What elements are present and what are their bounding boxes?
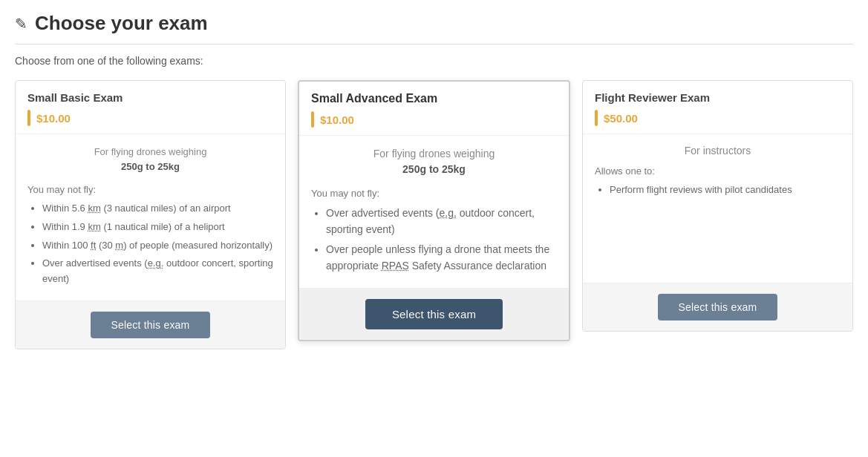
list-item: Within 100 ft (30 m) of people (measured… xyxy=(42,238,273,254)
card-header-small-advanced: Small Advanced Exam $10.00 xyxy=(299,82,569,136)
restrictions-list-advanced: Over advertised events (e.g. outdoor con… xyxy=(311,205,557,274)
price-row-small-advanced: $10.00 xyxy=(311,111,557,128)
restrictions-list-basic: Within 5.6 km (3 nautical miles) of an a… xyxy=(27,201,273,287)
may-not-fly-label-advanced: You may not fly: xyxy=(311,188,557,199)
select-exam-button-advanced[interactable]: Select this exam xyxy=(365,299,503,329)
price-bar-small-basic xyxy=(27,110,30,126)
edit-icon: ✎ xyxy=(15,15,27,33)
price-row-small-basic: $10.00 xyxy=(27,110,273,126)
card-footer-flight-reviewer: Select this exam xyxy=(583,283,852,331)
page-title: Choose your exam xyxy=(35,12,208,35)
price-bar-flight-reviewer xyxy=(595,110,598,126)
page-header: ✎ Choose your exam xyxy=(15,12,853,45)
cards-container: Small Basic Exam $10.00 For flying drone… xyxy=(15,80,853,349)
card-body-flight-reviewer: For instructors Allows one to: Perform f… xyxy=(583,134,852,283)
drone-weight-small-basic: 250g to 25kg xyxy=(27,160,273,174)
card-header-flight-reviewer: Flight Reviewer Exam $50.00 xyxy=(583,81,852,134)
list-item: Over people unless flying a drone that m… xyxy=(326,241,557,274)
list-item: Over advertised events (e.g. outdoor con… xyxy=(42,256,273,287)
allows-label: Allows one to: xyxy=(595,165,841,177)
price-row-flight-reviewer: $50.00 xyxy=(595,110,841,126)
price-bar-small-advanced xyxy=(311,111,314,128)
card-footer-small-basic: Select this exam xyxy=(16,300,285,349)
drone-weight-small-advanced: 250g to 25kg xyxy=(311,162,557,177)
price-flight-reviewer: $50.00 xyxy=(604,112,638,125)
list-item: Perform flight reviews with pilot candid… xyxy=(610,183,841,198)
price-small-advanced: $10.00 xyxy=(320,114,354,126)
page-subtitle: Choose from one of the following exams: xyxy=(15,55,853,67)
select-exam-button-reviewer[interactable]: Select this exam xyxy=(658,294,778,320)
drone-desc-small-advanced: For flying drones weighing 250g to 25kg xyxy=(311,146,557,177)
card-body-small-advanced: For flying drones weighing 250g to 25kg … xyxy=(299,136,569,288)
card-title-small-advanced: Small Advanced Exam xyxy=(311,92,557,105)
price-small-basic: $10.00 xyxy=(36,112,71,125)
instructor-bullets: Perform flight reviews with pilot candid… xyxy=(595,183,841,198)
exam-card-small-advanced: Small Advanced Exam $10.00 For flying dr… xyxy=(298,80,570,341)
card-body-small-basic: For flying drones weighing 250g to 25kg … xyxy=(16,134,285,300)
may-not-fly-label-basic: You may not fly: xyxy=(27,184,273,195)
list-item: Within 5.6 km (3 nautical miles) of an a… xyxy=(42,201,273,217)
list-item: Within 1.9 km (1 nautical mile) of a hel… xyxy=(42,220,273,235)
instructor-label: For instructors xyxy=(595,145,841,157)
select-exam-button-basic[interactable]: Select this exam xyxy=(91,312,211,338)
list-item: Over advertised events (e.g. outdoor con… xyxy=(326,205,557,238)
card-title-flight-reviewer: Flight Reviewer Exam xyxy=(595,91,841,104)
card-title-small-basic: Small Basic Exam xyxy=(27,91,273,104)
drone-desc-small-basic: For flying drones weighing 250g to 25kg xyxy=(27,145,273,174)
card-footer-small-advanced: Select this exam xyxy=(299,288,569,340)
exam-card-small-basic: Small Basic Exam $10.00 For flying drone… xyxy=(15,80,286,349)
exam-card-flight-reviewer: Flight Reviewer Exam $50.00 For instruct… xyxy=(582,80,853,332)
card-header-small-basic: Small Basic Exam $10.00 xyxy=(16,81,285,134)
